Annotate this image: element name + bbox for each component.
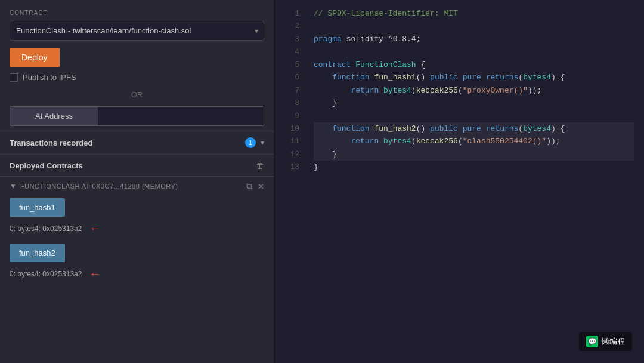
code-line-10: function fun_hash2() public pure returns… [314,122,634,135]
fun-hash1-result: 0: bytes4: 0x025313a2 [10,224,82,233]
watermark: 💬 懒编程 [579,332,632,351]
code-line-7: return bytes4(keccak256("proxyOwner()"))… [314,84,634,97]
chevron-down-icon: ▾ [261,139,264,147]
deployed-contracts-label: Deployed Contracts [10,161,256,170]
contract-instance: ▼ FUNCTIONCLASH AT 0X3C7...41288 (MEMORY… [0,176,274,294]
wechat-icon: 💬 [586,336,598,347]
contract-address-label: FUNCTIONCLASH AT 0X3C7...41288 (MEMORY) [20,183,243,190]
watermark-text: 懒编程 [602,336,625,347]
code-line-9 [314,110,634,122]
code-line-8: } [314,97,634,109]
left-panel: CONTRACT FunctionClash - twitterscan/lea… [0,0,274,363]
code-line-3: pragma solidity ^0.8.4; [314,33,634,45]
code-line-5: contract FunctionClash { [314,59,634,71]
deployed-contracts-row: Deployed Contracts 🗑 [0,154,274,176]
line-numbers: 1 2 3 4 5 6 7 8 9 10 11 12 13 [274,0,304,363]
contract-select[interactable]: FunctionClash - twitterscan/learn/functi… [10,21,264,41]
close-icon[interactable]: ✕ [258,182,264,191]
red-arrow-1-icon: ← [89,222,101,235]
fun-hash1-button[interactable]: fun_hash1 [10,198,65,217]
contract-section: CONTRACT FunctionClash - twitterscan/lea… [0,0,274,131]
transactions-badge: 1 [245,137,256,148]
code-line-2 [314,20,634,32]
copy-icon[interactable]: ⧉ [246,182,252,191]
fun-hash1-block: fun_hash1 0: bytes4: 0x025313a2 ← [10,198,264,236]
trash-icon[interactable]: 🗑 [256,161,264,170]
address-tab-row: At Address [10,106,264,126]
fun-hash2-block: fun_hash2 0: bytes4: 0x025313a2 ← [10,244,264,282]
code-editor: 1 2 3 4 5 6 7 8 9 10 11 12 13 // SPDX-Li… [274,0,644,363]
code-line-13: } [314,161,634,173]
publish-row: Publish to IPFS [10,73,264,82]
code-line-4 [314,45,634,58]
contract-label: CONTRACT [10,10,264,16]
or-divider: OR [10,90,264,99]
fun-hash2-result: 0: bytes4: 0x025313a2 [10,270,82,278]
code-line-1: // SPDX-License-Identifier: MIT [314,7,634,20]
at-address-tab[interactable]: At Address [10,107,98,125]
fun-hash1-result-row: 0: bytes4: 0x025313a2 ← [10,220,264,236]
chevron-left-icon[interactable]: ▼ [10,182,17,190]
fun-hash2-button[interactable]: fun_hash2 [10,244,65,262]
code-line-11: return bytes4(keccak256("clash550254402(… [314,135,634,147]
contract-select-wrapper: FunctionClash - twitterscan/learn/functi… [10,21,264,41]
publish-checkbox[interactable] [10,73,18,82]
deploy-button[interactable]: Deploy [10,48,60,67]
load-contract-input[interactable] [98,107,264,125]
contract-instance-header: ▼ FUNCTIONCLASH AT 0X3C7...41288 (MEMORY… [10,182,264,191]
transactions-row[interactable]: Transactions recorded 1 ▾ [0,131,274,154]
code-content: // SPDX-License-Identifier: MIT pragma s… [304,0,644,363]
code-line-12: } [314,148,634,161]
code-line-6: function fun_hash1() public pure returns… [314,71,634,84]
transactions-label: Transactions recorded [10,139,240,147]
red-arrow-2-icon: ← [89,267,101,281]
right-panel: 1 2 3 4 5 6 7 8 9 10 11 12 13 // SPDX-Li… [274,0,644,363]
publish-label: Publish to IPFS [23,73,76,82]
fun-hash2-result-row: 0: bytes4: 0x025313a2 ← [10,266,264,282]
